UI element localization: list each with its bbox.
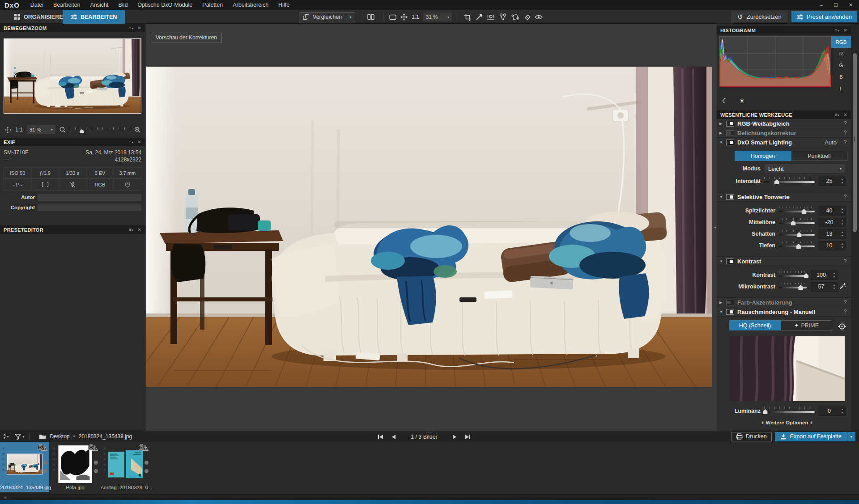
- more-options-link[interactable]: + Weitere Optionen +: [728, 420, 846, 425]
- slider-thumb[interactable]: [798, 285, 803, 290]
- star-rating[interactable]: ★★★★★: [52, 446, 56, 472]
- spin-down-icon[interactable]: ▼: [841, 182, 844, 184]
- panel-close-icon[interactable]: ✕: [137, 140, 141, 144]
- shadow-clipping-moon-icon[interactable]: ☾: [722, 97, 728, 107]
- tool-exposure[interactable]: ▶ Belichtungskorrektur ?: [717, 128, 851, 138]
- luminance-slider[interactable]: [764, 407, 815, 415]
- move-icon[interactable]: [4, 127, 11, 133]
- channel-g[interactable]: G: [831, 59, 851, 71]
- minimize-icon[interactable]: –: [820, 2, 823, 8]
- zoom-select[interactable]: 31 % ▾: [423, 13, 452, 21]
- midtones-slider[interactable]: [779, 218, 815, 226]
- zoom-slider-thumb[interactable]: [80, 129, 84, 133]
- target-picker-icon[interactable]: [838, 322, 846, 331]
- tool-enabled-checkbox[interactable]: [726, 140, 734, 145]
- hq-fast-button[interactable]: HQ (Schnell): [729, 320, 781, 330]
- slider-thumb[interactable]: [804, 273, 808, 278]
- spin-down-icon[interactable]: ▼: [841, 223, 844, 225]
- slider-thumb[interactable]: [797, 232, 802, 237]
- tool-contrast[interactable]: ▼ Kontrast ?: [717, 257, 851, 266]
- collapse-arrow-icon[interactable]: ▼: [719, 195, 725, 199]
- panel-menu-icon[interactable]: ≡▾: [835, 112, 839, 117]
- highlights-slider[interactable]: [779, 207, 815, 215]
- expand-arrow-icon[interactable]: ▶: [719, 301, 725, 305]
- collapse-arrow-icon[interactable]: ▼: [719, 259, 725, 263]
- spin-down-icon[interactable]: ▼: [841, 234, 844, 237]
- image-thumbnail[interactable]: [7, 454, 43, 475]
- spin-down-icon[interactable]: ▼: [841, 211, 844, 214]
- expand-arrow-icon[interactable]: ▶: [719, 122, 725, 126]
- zoom-slider[interactable]: [70, 127, 130, 133]
- export-dropdown-icon[interactable]: ▾: [847, 432, 855, 441]
- copyright-field[interactable]: [38, 204, 141, 211]
- apply-preset-button[interactable]: Preset anwenden: [791, 11, 857, 22]
- panel-menu-icon[interactable]: ≡▾: [129, 25, 133, 30]
- microcontrast-slider[interactable]: [779, 283, 807, 291]
- tool-selective-tones[interactable]: ▼ Selektive Tonwerte ?: [717, 192, 851, 202]
- tool-enabled-checkbox[interactable]: [726, 194, 734, 200]
- menu-datei[interactable]: Datei: [30, 2, 43, 8]
- next-image-button[interactable]: [453, 435, 456, 439]
- export-button[interactable]: Export auf Festplatte ▾: [775, 432, 855, 441]
- panel-menu-icon[interactable]: ≡▾: [129, 140, 133, 144]
- channel-rgb[interactable]: RGB: [831, 36, 851, 48]
- crop-icon[interactable]: [464, 13, 472, 21]
- spin-up-icon[interactable]: ▲: [841, 231, 844, 233]
- blacks-slider[interactable]: [779, 241, 815, 250]
- split-view-icon[interactable]: [367, 14, 374, 20]
- spin-up-icon[interactable]: ▲: [833, 272, 836, 275]
- menu-optische-module[interactable]: Optische DxO-Module: [137, 2, 192, 8]
- menu-hilfe[interactable]: Hilfe: [278, 2, 289, 8]
- channel-b[interactable]: B: [831, 71, 851, 83]
- homogen-button[interactable]: Homogen: [735, 151, 791, 161]
- zoom-select[interactable]: 31 % ▾: [27, 125, 55, 134]
- slider-thumb[interactable]: [774, 179, 779, 184]
- zoom-in-icon[interactable]: [134, 127, 140, 133]
- move-icon[interactable]: [400, 13, 408, 21]
- main-photo[interactable]: [146, 67, 712, 387]
- help-icon[interactable]: ?: [842, 194, 848, 200]
- menu-bild[interactable]: Bild: [119, 2, 128, 8]
- breadcrumb-folder[interactable]: Desktop: [50, 433, 69, 440]
- tool-noise-reduction[interactable]: ▼ Rauschminderung - Manuell ?: [717, 307, 851, 317]
- intensity-value[interactable]: 25 ▲▼: [819, 177, 846, 186]
- last-image-button[interactable]: [465, 435, 470, 439]
- filmstrip-scrollbar[interactable]: ◀: [0, 494, 859, 500]
- tool-rgb-whitebalance[interactable]: ▶ RGB-Weißabgleich ?: [717, 119, 851, 128]
- eraser-icon[interactable]: [523, 14, 531, 21]
- tool-smart-lighting[interactable]: ▼ DxO Smart Lighting Auto ?: [717, 138, 851, 147]
- filmstrip-item[interactable]: ★★★★★: [0, 442, 49, 492]
- image-thumbnail[interactable]: [59, 445, 92, 483]
- reset-button[interactable]: ↺ Zurücksetzen: [731, 11, 788, 22]
- first-image-button[interactable]: [378, 435, 383, 439]
- collapse-arrow-icon[interactable]: ▼: [719, 140, 725, 144]
- help-icon[interactable]: ?: [842, 120, 848, 127]
- shadows-slider[interactable]: [779, 230, 815, 238]
- prime-button[interactable]: ✦ PRIME: [781, 320, 832, 330]
- image-thumbnail[interactable]: [108, 450, 144, 479]
- panel-close-icon[interactable]: ✕: [137, 25, 141, 30]
- tool-enabled-checkbox[interactable]: [726, 300, 734, 305]
- print-button[interactable]: Drucken: [731, 432, 772, 441]
- eye-icon[interactable]: [535, 14, 543, 20]
- close-icon[interactable]: ✕: [849, 2, 853, 8]
- spin-up-icon[interactable]: ▲: [841, 208, 844, 210]
- zoom-1to1[interactable]: 1:1: [15, 127, 23, 133]
- intensity-slider[interactable]: [764, 177, 815, 185]
- tool-enabled-checkbox[interactable]: [726, 130, 734, 136]
- mode-select[interactable]: Leicht ▾: [764, 164, 846, 174]
- punktuell-button[interactable]: Punktuell: [791, 151, 847, 161]
- star-rating[interactable]: ★★★★★: [102, 446, 106, 472]
- magic-wand-icon[interactable]: [839, 283, 846, 289]
- panel-menu-icon[interactable]: ≡▾: [129, 227, 133, 232]
- spin-up-icon[interactable]: ▲: [841, 408, 844, 411]
- star-rating[interactable]: ★★★★★: [1, 446, 5, 472]
- slider-thumb[interactable]: [796, 244, 801, 249]
- spin-up-icon[interactable]: ▲: [833, 284, 836, 286]
- menu-bearbeiten[interactable]: Bearbeiten: [53, 2, 80, 8]
- menu-arbeitsbereich[interactable]: Arbeitsbereich: [233, 2, 268, 8]
- compare-button[interactable]: Vergleichen ▾: [299, 12, 355, 22]
- shadows-value[interactable]: 13 ▲▼: [819, 229, 846, 239]
- tool-enabled-checkbox[interactable]: [726, 258, 734, 264]
- tab-bearbeiten[interactable]: BEARBEITEN: [63, 10, 125, 24]
